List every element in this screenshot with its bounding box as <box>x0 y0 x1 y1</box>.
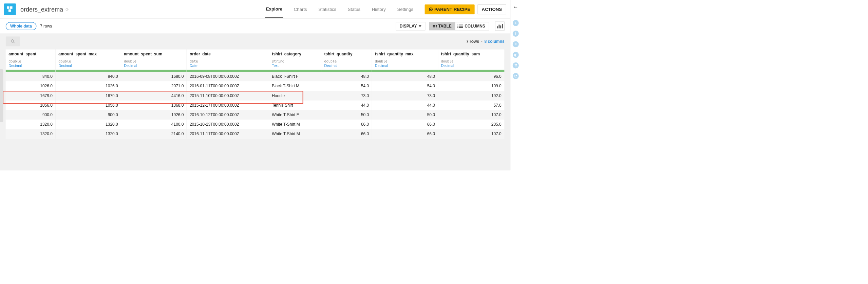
cell[interactable]: 1320.0 <box>56 129 121 139</box>
col-meaning[interactable]: Decimal <box>121 64 187 70</box>
col-header-amount_spent[interactable]: amount_spent <box>6 49 56 59</box>
cell[interactable]: 900.0 <box>6 110 56 120</box>
cell[interactable]: 44.0 <box>321 101 372 110</box>
rail-list-icon[interactable]: ≡ <box>513 41 519 47</box>
table-row[interactable]: 1026.01026.02071.02016-01-11T00:00:00.00… <box>6 81 505 91</box>
cell[interactable]: 73.0 <box>321 91 372 101</box>
rail-add-icon[interactable]: ＋ <box>513 20 519 26</box>
cell[interactable]: 1320.0 <box>6 129 56 139</box>
cell[interactable]: 44.0 <box>372 101 438 110</box>
tab-status[interactable]: Status <box>347 1 361 17</box>
col-meaning[interactable]: Decimal <box>6 64 56 70</box>
cell[interactable]: 2016-10-12T00:00:00.000Z <box>187 110 269 120</box>
cell[interactable]: 840.0 <box>56 72 121 81</box>
rail-info-icon[interactable]: i <box>513 31 519 37</box>
cell[interactable]: 2016-09-08T00:00:00.000Z <box>187 72 269 81</box>
chart-button[interactable] <box>495 22 505 31</box>
table-row[interactable]: 1056.01056.01368.02015-12-17T00:00:00.00… <box>6 101 505 110</box>
cell[interactable]: 48.0 <box>372 72 438 81</box>
table-row[interactable]: 1679.01679.04416.02015-11-10T00:00:00.00… <box>6 91 505 101</box>
cell[interactable]: Tennis Shirt <box>269 101 321 110</box>
col-header-amount_spent_max[interactable]: amount_spent_max <box>56 49 121 59</box>
cell[interactable]: 1679.0 <box>56 91 121 101</box>
search-button[interactable] <box>6 36 20 46</box>
actions-button[interactable]: ACTIONS <box>477 4 506 14</box>
back-arrow-icon[interactable]: ← <box>513 4 518 10</box>
col-header-tshirt_quantity_sum[interactable]: tshirt_quantity_sum <box>438 49 505 59</box>
cell[interactable]: 50.0 <box>321 110 372 120</box>
rail-chat-icon[interactable]: ◐ <box>513 52 519 58</box>
cell[interactable]: 107.0 <box>438 129 505 139</box>
cell[interactable]: 109.0 <box>438 81 505 91</box>
col-header-tshirt_category[interactable]: tshirt_category <box>269 49 321 59</box>
cell[interactable]: 1320.0 <box>6 120 56 129</box>
cell[interactable]: 54.0 <box>372 81 438 91</box>
cell[interactable]: 54.0 <box>321 81 372 91</box>
cell[interactable]: 48.0 <box>321 72 372 81</box>
cell[interactable]: 1056.0 <box>56 101 121 110</box>
cell[interactable]: White T-Shirt M <box>269 129 321 139</box>
cell[interactable]: 1320.0 <box>56 120 121 129</box>
tab-explore[interactable]: Explore <box>265 1 283 18</box>
cell[interactable]: 107.0 <box>438 110 505 120</box>
left-panel-handle[interactable] <box>0 69 3 122</box>
cell[interactable]: 2140.0 <box>121 129 187 139</box>
cell[interactable]: 1368.0 <box>121 101 187 110</box>
cell[interactable]: White T-Shirt F <box>269 110 321 120</box>
table-row[interactable]: 1320.01320.02140.02016-11-11T00:00:00.00… <box>6 129 505 139</box>
cell[interactable]: 1056.0 <box>6 101 56 110</box>
cell[interactable]: 66.0 <box>321 129 372 139</box>
cell[interactable]: 1680.0 <box>121 72 187 81</box>
columns-view-toggle[interactable]: COLUMNS <box>455 22 489 30</box>
cell[interactable]: 2071.0 <box>121 81 187 91</box>
cell[interactable]: 2015-10-23T00:00:00.000Z <box>187 120 269 129</box>
col-header-tshirt_quantity_max[interactable]: tshirt_quantity_max <box>372 49 438 59</box>
cell[interactable]: 4100.0 <box>121 120 187 129</box>
cell[interactable]: 4416.0 <box>121 91 187 101</box>
meta-columns[interactable]: 8 columns <box>484 39 504 43</box>
cell[interactable]: 900.0 <box>56 110 121 120</box>
rail-history-icon[interactable]: ◔ <box>513 73 519 79</box>
table-row[interactable]: 900.0900.01926.02016-10-12T00:00:00.000Z… <box>6 110 505 120</box>
tab-statistics[interactable]: Statistics <box>318 1 337 17</box>
cell[interactable]: 1026.0 <box>6 81 56 91</box>
cell[interactable]: 2016-11-11T00:00:00.000Z <box>187 129 269 139</box>
cell[interactable]: Black T-Shirt M <box>269 81 321 91</box>
display-button[interactable]: DISPLAY <box>396 22 425 31</box>
cell[interactable]: 66.0 <box>372 120 438 129</box>
cell[interactable]: 192.0 <box>438 91 505 101</box>
cell[interactable]: 1679.0 <box>6 91 56 101</box>
cell[interactable]: 96.0 <box>438 72 505 81</box>
col-meaning[interactable]: Date <box>187 64 269 70</box>
cell[interactable]: 66.0 <box>372 129 438 139</box>
cell[interactable]: 205.0 <box>438 120 505 129</box>
rail-lab-icon[interactable]: ⚗ <box>513 63 519 69</box>
table-view-toggle[interactable]: TABLE <box>429 22 455 30</box>
cell[interactable]: 2015-11-10T00:00:00.000Z <box>187 91 269 101</box>
col-meaning[interactable]: Decimal <box>321 64 372 70</box>
col-meaning[interactable]: Decimal <box>372 64 438 70</box>
cell[interactable]: White T-Shirt M <box>269 120 321 129</box>
col-header-order_date[interactable]: order_date <box>187 49 269 59</box>
cell[interactable]: 50.0 <box>372 110 438 120</box>
cell[interactable]: 57.0 <box>438 101 505 110</box>
col-meaning[interactable]: Decimal <box>438 64 505 70</box>
cell[interactable]: 1926.0 <box>121 110 187 120</box>
cell[interactable]: 1026.0 <box>56 81 121 91</box>
col-header-tshirt_quantity[interactable]: tshirt_quantity <box>321 49 372 59</box>
table-row[interactable]: 1320.01320.04100.02015-10-23T00:00:00.00… <box>6 120 505 129</box>
cell[interactable]: 2016-01-11T00:00:00.000Z <box>187 81 269 91</box>
col-meaning[interactable]: Decimal <box>56 64 121 70</box>
filter-pill[interactable]: Whole data <box>6 22 36 30</box>
cell[interactable]: 73.0 <box>372 91 438 101</box>
cell[interactable]: 2015-12-17T00:00:00.000Z <box>187 101 269 110</box>
table-row[interactable]: 840.0840.01680.02016-09-08T00:00:00.000Z… <box>6 72 505 81</box>
refresh-icon[interactable]: ⟳ <box>65 7 69 12</box>
parent-recipe-button[interactable]: PARENT RECIPE <box>425 4 475 14</box>
cell[interactable]: 66.0 <box>321 120 372 129</box>
col-header-amount_spent_sum[interactable]: amount_spent_sum <box>121 49 187 59</box>
col-meaning[interactable]: Text <box>269 64 321 70</box>
cell[interactable]: Hoodie <box>269 91 321 101</box>
cell[interactable]: 840.0 <box>6 72 56 81</box>
tab-history[interactable]: History <box>371 1 386 17</box>
